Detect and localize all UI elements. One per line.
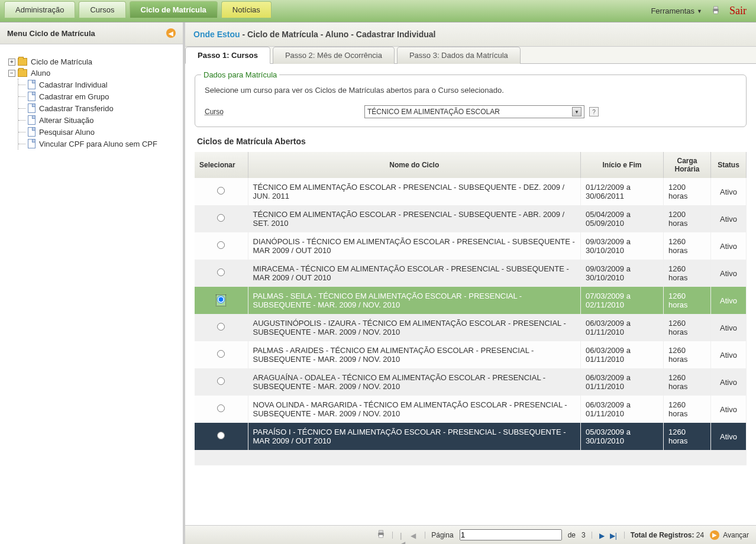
document-icon [28, 103, 35, 113]
pager-next-group: ▶ ▶| [592, 532, 625, 539]
table-row[interactable]: DIANÓPOLIS - TÉCNICO EM ALIMENTAÇÃO ESCO… [195, 232, 747, 260]
help-icon[interactable]: ? [589, 107, 599, 116]
row-radio[interactable] [217, 350, 225, 358]
row-radio[interactable] [217, 432, 225, 439]
pager-label: Página [431, 531, 453, 539]
breadcrumb: Onde Estou - Ciclo de Matrícula - Aluno … [185, 22, 756, 47]
row-radio[interactable] [217, 268, 225, 276]
tree-node-aluno[interactable]: − Aluno [8, 67, 177, 79]
grid-header-2[interactable]: Início e Fim [581, 152, 664, 178]
pager-first-icon[interactable]: |◀ [400, 532, 407, 539]
table-row[interactable]: TÉCNICO EM ALIMENTAÇÃO ESCOLAR - PRESENC… [195, 205, 747, 232]
row-radio[interactable] [217, 187, 225, 195]
top-tab-1[interactable]: Cursos [79, 1, 125, 18]
step-tab-2[interactable]: Passo 3: Dados da Matrícula [397, 47, 521, 64]
pager-next-icon[interactable]: ▶ [599, 532, 606, 539]
chevron-down-icon: ▼ [697, 8, 702, 14]
tree-node-ciclo[interactable]: + Ciclo de Matrícula [8, 56, 177, 67]
document-icon [28, 139, 35, 148]
document-icon [28, 127, 35, 137]
table-row[interactable]: PALMAS - SEILA - TÉCNICO EM ALIMENTAÇÃO … [195, 287, 747, 314]
content: Onde Estou - Ciclo de Matrícula - Aluno … [185, 22, 756, 544]
step-tabs: Passo 1: CursosPasso 2: Mês de Ocorrênci… [185, 47, 756, 64]
expand-icon[interactable]: + [8, 59, 15, 66]
form-legend: Dados para Matrícula [201, 70, 279, 79]
table-row[interactable]: MIRACEMA - TÉCNICO EM ALIMENTAÇÃO ESCOLA… [195, 260, 747, 287]
grid-header-1[interactable]: Nome do Ciclo [248, 152, 581, 178]
tree: + Ciclo de Matrícula − Aluno Cadastrar I… [0, 44, 183, 156]
table-row[interactable]: ARAGUAÍNA - ODALEA - TÉCNICO EM ALIMENTA… [195, 368, 747, 396]
tree-leaf-3[interactable]: Alterar Situação [28, 114, 177, 126]
sidebar: Menu Ciclo de Matrícula ◀ + Ciclo de Mat… [0, 22, 185, 544]
tree-leaf-1[interactable]: Cadastrar em Grupo [28, 90, 177, 102]
row-radio[interactable] [217, 377, 225, 385]
table-row[interactable]: PARAÍSO I - TÉCNICO EM ALIMENTAÇÃO ESCOL… [195, 423, 747, 450]
curso-label: Curso [205, 108, 353, 116]
top-tab-0[interactable]: Administração [4, 1, 75, 18]
document-icon [28, 115, 35, 125]
top-tab-2[interactable]: Ciclo de Matrícula [130, 1, 218, 18]
svg-rect-1 [714, 7, 718, 9]
tree-leaf-0[interactable]: Cadastrar Individual [28, 79, 177, 90]
folder-icon [18, 69, 27, 77]
sidebar-header: Menu Ciclo de Matrícula ◀ [0, 22, 183, 44]
dropdown-arrow-icon: ▼ [572, 107, 581, 116]
table-row[interactable]: AUGUSTINÓPOLIS - IZAURA - TÉCNICO EM ALI… [195, 314, 747, 341]
table-row[interactable]: PALMAS - ARAIDES - TÉCNICO EM ALIMENTAÇÃ… [195, 341, 747, 368]
row-radio[interactable] [217, 241, 225, 249]
avancar-button[interactable]: ▶ Avançar [710, 530, 749, 540]
svg-rect-5 [379, 535, 383, 537]
sidebar-title: Menu Ciclo de Matrícula [7, 29, 95, 38]
pager-last-icon[interactable]: ▶| [610, 532, 617, 539]
tree-leaf-4[interactable]: Pesquisar Aluno [28, 126, 177, 138]
table-row[interactable]: NOVA OLINDA - MARGARIDA - TÉCNICO EM ALI… [195, 396, 747, 423]
folder-icon [18, 58, 27, 66]
tree-leaf-2[interactable]: Cadastrar Transferido [28, 102, 177, 114]
grid-header-4[interactable]: Status [711, 152, 747, 178]
step-tab-0[interactable]: Passo 1: Cursos [185, 47, 270, 64]
pager-prev-icon[interactable]: ◀ [411, 532, 418, 539]
step-tab-1[interactable]: Passo 2: Mês de Ocorrência [273, 47, 395, 64]
grid-header-3[interactable]: Carga Horária [664, 152, 711, 178]
print-icon[interactable] [710, 5, 721, 17]
collapse-sidebar-icon[interactable]: ◀ [166, 28, 176, 38]
document-icon [28, 80, 35, 89]
avancar-icon: ▶ [710, 530, 719, 540]
onde-estou-link[interactable]: Onde Estou [193, 30, 240, 39]
pager-page-input[interactable] [460, 529, 562, 540]
svg-rect-2 [714, 11, 718, 14]
top-nav: AdministraçãoCursosCiclo de MatrículaNot… [0, 0, 756, 22]
grid-header-0[interactable]: Selecionar [195, 152, 248, 178]
pager: |◀ ◀ [392, 532, 425, 539]
curso-select[interactable]: TÉCNICO EM ALIMENTAÇÃO ESCOLAR ▼ [364, 105, 584, 118]
svg-rect-4 [379, 530, 383, 533]
ciclos-grid: SelecionarNome do CicloInício e FimCarga… [195, 152, 747, 465]
row-radio[interactable] [217, 404, 225, 412]
footer-bar: |◀ ◀ Página de 3 ▶ ▶| Total de Registros… [185, 525, 756, 544]
sair-link[interactable]: Sair [729, 5, 747, 17]
form-instruction: Selecione um curso para ver os Ciclos de… [205, 86, 736, 95]
ferramentas-menu[interactable]: Ferramentas ▼ [651, 7, 702, 15]
document-icon [28, 92, 35, 101]
print-icon[interactable] [376, 529, 386, 540]
row-radio[interactable] [217, 214, 225, 222]
grid-title: Ciclos de Matrícula Abertos [185, 133, 756, 152]
table-row[interactable]: TÉCNICO EM ALIMENTAÇÃO ESCOLAR - PRESENC… [195, 178, 747, 205]
row-radio[interactable] [217, 296, 225, 303]
row-radio[interactable] [217, 323, 225, 331]
tree-leaf-5[interactable]: Vincular CPF para Aluno sem CPF [28, 138, 177, 150]
form-dados-matricula: Dados para Matrícula Selecione um curso … [195, 75, 747, 127]
top-tab-3[interactable]: Notícias [221, 1, 272, 18]
collapse-icon[interactable]: − [8, 70, 15, 77]
